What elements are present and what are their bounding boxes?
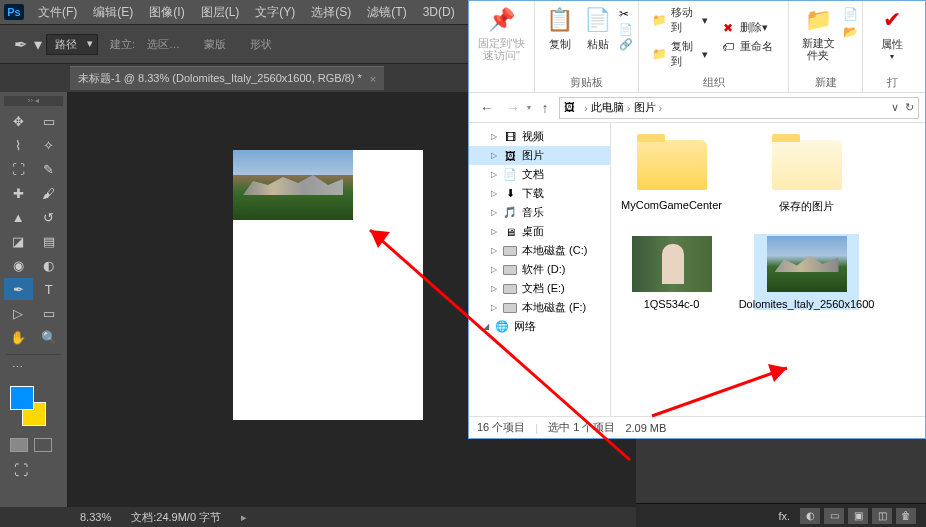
svg-line-0 — [370, 230, 630, 460]
pen-tool-icon: ✒ — [8, 32, 32, 56]
ps-panels-area — [636, 439, 926, 503]
tree-item[interactable]: ▷⬇下载 — [469, 184, 610, 203]
menu-layer[interactable]: 图层(L) — [193, 2, 248, 23]
rename-button[interactable]: 🏷重命名 — [716, 37, 780, 56]
menu-select[interactable]: 选择(S) — [303, 2, 359, 23]
file-item[interactable]: Dolomites_Italy_2560x1600 — [754, 234, 859, 310]
new-folder-icon: 📁 — [803, 5, 833, 35]
menu-type[interactable]: 文字(Y) — [247, 2, 303, 23]
paste-icon: 📄 — [583, 5, 613, 35]
copy-button[interactable]: 📋 复制 — [541, 3, 579, 54]
properties-icon: ✔ — [877, 5, 907, 35]
svg-line-2 — [652, 368, 787, 416]
brush-tool[interactable]: 🖌 — [35, 182, 64, 204]
ps-logo: Ps — [4, 4, 24, 20]
toolbar-grip[interactable]: ›› ◂ — [4, 96, 63, 106]
pin-icon: 📌 — [487, 5, 517, 35]
heal-tool[interactable]: ✚ — [4, 182, 33, 204]
quickmask-mode-icon[interactable] — [34, 438, 52, 452]
back-button[interactable]: ← — [475, 96, 499, 120]
make-selection[interactable]: 选区… — [137, 35, 190, 54]
ps-panel-bar: fx. ◐ ▭ ▣ ◫ 🗑 — [636, 503, 926, 527]
panel-ic-3[interactable]: ▣ — [848, 508, 868, 524]
easy-access-icon[interactable]: 📂 — [843, 25, 858, 39]
pictures-icon: 🖼 — [564, 101, 580, 115]
hand-tool[interactable]: ✋ — [4, 326, 33, 348]
tree-item[interactable]: ▷🎞视频 — [469, 127, 610, 146]
annotation-arrow-2 — [642, 356, 812, 426]
history-brush-tool[interactable]: ↺ — [35, 206, 64, 228]
doc-info[interactable]: 文档:24.9M/0 字节 — [131, 510, 221, 525]
open-label: 打 — [887, 73, 898, 90]
properties-button[interactable]: ✔ 属性 ▾ — [873, 3, 911, 63]
delete-button[interactable]: ✖删除 ▾ — [716, 18, 780, 37]
pin-quickaccess[interactable]: 📌 固定到"快速访问" — [473, 3, 530, 63]
make-mask[interactable]: 蒙版 — [194, 35, 236, 54]
path-select-tool[interactable]: ▷ — [4, 302, 33, 324]
fx-icon[interactable]: fx. — [778, 510, 790, 522]
crop-tool[interactable]: ⛶ — [4, 158, 33, 180]
doc-tab-title: 未标题-1 @ 8.33% (Dolomites_Italy_2560x1600… — [78, 71, 362, 86]
standard-mode-icon[interactable] — [10, 438, 28, 452]
move-tool[interactable]: ✥ — [4, 110, 33, 132]
close-tab-icon[interactable]: × — [370, 73, 376, 85]
menu-file[interactable]: 文件(F) — [30, 2, 85, 23]
eraser-tool[interactable]: ◪ — [4, 230, 33, 252]
blur-tool[interactable]: ◉ — [4, 254, 33, 276]
screen-mode-icon[interactable]: ⛶ — [14, 462, 63, 478]
trash-icon[interactable]: 🗑 — [896, 508, 916, 524]
forward-button[interactable]: → — [501, 96, 525, 120]
eyedropper-tool[interactable]: ✎ — [35, 158, 64, 180]
menu-edit[interactable]: 编辑(E) — [85, 2, 141, 23]
address-bar[interactable]: 🖼 › 此电脑 › 图片 › ∨ ↻ — [559, 97, 919, 119]
ps-toolbar: ›› ◂ ✥▭ ⌇✧ ⛶✎ ✚🖌 ▲↺ ◪▤ ◉◐ ✒T ▷▭ ✋🔍 ⋯ ⛶ — [0, 92, 68, 507]
panel-ic-2[interactable]: ▭ — [824, 508, 844, 524]
move-to-button[interactable]: 📁移动到 ▾ — [648, 3, 712, 37]
paste-button[interactable]: 📄 粘贴 — [579, 3, 617, 54]
clipboard-label: 剪贴板 — [570, 73, 603, 90]
gradient-tool[interactable]: ▤ — [35, 230, 64, 252]
delete-icon: ✖ — [720, 21, 736, 35]
dodge-tool[interactable]: ◐ — [35, 254, 64, 276]
menu-filter[interactable]: 滤镜(T) — [359, 2, 414, 23]
make-label: 建立: — [110, 37, 135, 52]
new-folder-button[interactable]: 📁 新建文件夹 — [793, 3, 843, 63]
wand-tool[interactable]: ✧ — [35, 134, 64, 156]
organize-label: 组织 — [703, 73, 725, 90]
rename-icon: 🏷 — [720, 40, 736, 54]
move-to-icon: 📁 — [652, 13, 667, 27]
annotation-arrow-1 — [350, 210, 650, 470]
tool-ellipsis[interactable]: ⋯ — [4, 361, 63, 374]
menu-3d[interactable]: 3D(D) — [415, 3, 463, 21]
foreground-color[interactable] — [10, 386, 34, 410]
placed-image — [233, 150, 353, 220]
lasso-tool[interactable]: ⌇ — [4, 134, 33, 156]
text-tool[interactable]: T — [35, 278, 64, 300]
doc-tab[interactable]: 未标题-1 @ 8.33% (Dolomites_Italy_2560x1600… — [70, 66, 384, 90]
pen-tool[interactable]: ✒ — [4, 278, 33, 300]
copy-icon: 📋 — [545, 5, 575, 35]
tree-item[interactable]: ▷📄文档 — [469, 165, 610, 184]
marquee-tool[interactable]: ▭ — [35, 110, 64, 132]
shape-tool[interactable]: ▭ — [35, 302, 64, 324]
menu-image[interactable]: 图像(I) — [141, 2, 192, 23]
new-label: 新建 — [815, 73, 837, 90]
path-dropdown[interactable]: 路径 — [46, 34, 98, 55]
color-picker[interactable] — [10, 386, 50, 426]
panel-ic-1[interactable]: ◐ — [800, 508, 820, 524]
new-item-icon[interactable]: 📄 — [843, 7, 858, 21]
ribbon: 📌 固定到"快速访问" 📋 复制 📄 粘贴 ✂ 📄 🔗 — [469, 1, 925, 93]
copy-to-button[interactable]: 📁复制到 ▾ — [648, 37, 712, 71]
paste-shortcut-icon[interactable]: 🔗 — [619, 38, 633, 51]
zoom-tool[interactable]: 🔍 — [35, 326, 64, 348]
file-item[interactable]: MyComGameCenter — [619, 135, 724, 214]
stamp-tool[interactable]: ▲ — [4, 206, 33, 228]
new-layer-icon[interactable]: ◫ — [872, 508, 892, 524]
zoom-level[interactable]: 8.33% — [80, 511, 111, 523]
file-item[interactable]: 保存的图片 — [754, 135, 859, 214]
make-shape[interactable]: 形状 — [240, 35, 282, 54]
cut-icon[interactable]: ✂ — [619, 7, 633, 21]
up-button[interactable]: ↑ — [533, 96, 557, 120]
tree-item[interactable]: ▷🖼图片 — [469, 146, 610, 165]
copy-path-icon[interactable]: 📄 — [619, 23, 633, 36]
